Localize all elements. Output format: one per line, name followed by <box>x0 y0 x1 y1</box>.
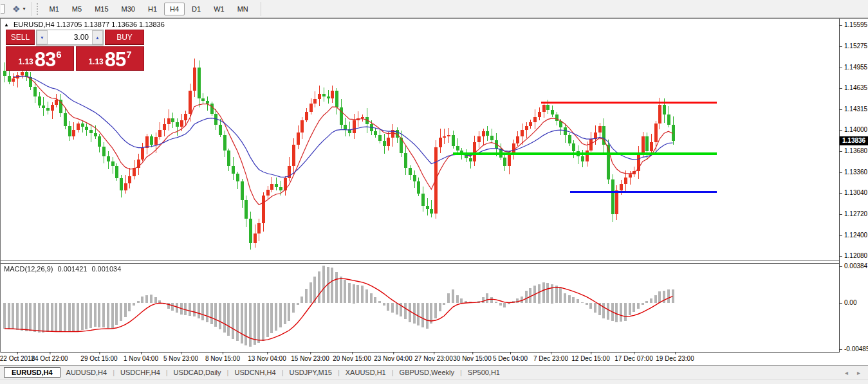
date-axis-label: 27 Nov 23:00 <box>414 355 453 362</box>
date-axis-label: 22 Oct 2018 <box>0 355 35 362</box>
date-axis-label: 19 Dec 23:00 <box>656 355 694 362</box>
price-axis-tick-mark <box>840 109 842 110</box>
date-axis-label: 29 Oct 15:00 <box>80 355 117 362</box>
price-axis-tick-mark <box>840 151 842 152</box>
current-price-tag: 1.13836 <box>840 136 868 145</box>
price-axis-tick-mark <box>840 88 842 89</box>
chart-tab-xauusd-h1[interactable]: XAUUSD,H1 <box>340 367 392 378</box>
caret-down-icon: ▼ <box>40 35 44 40</box>
price-axis-tick-mark <box>840 46 842 47</box>
price-axis-tick: 1.13040 <box>844 189 867 197</box>
timeframe-m1-button[interactable]: M1 <box>44 3 65 15</box>
caret-up-icon: ▲ <box>95 35 100 40</box>
date-axis-label: 17 Dec 07:00 <box>614 355 653 362</box>
chart-tab-gbpusd-weekly[interactable]: GBPUSD,Weekly <box>394 367 460 378</box>
buy-button[interactable]: BUY <box>105 30 144 45</box>
price-axis-tick-mark <box>840 214 842 215</box>
volume-decrease-button[interactable]: ▼ <box>37 30 48 44</box>
price-axis-tick-mark <box>840 130 842 131</box>
chart-tab-audusd-h4[interactable]: AUDUSD,H4 <box>60 367 113 378</box>
timeframe-m30-button[interactable]: M30 <box>116 3 141 15</box>
date-axis-label: 1 Nov 04:00 <box>124 355 158 362</box>
chart-title: ▲ EURUSD,H4 1.13705 1.13877 1.13636 1.13… <box>4 21 165 28</box>
tab-scroll-left-icon[interactable]: ◂ <box>845 369 848 376</box>
date-axis-label: 24 Oct 22:00 <box>31 355 68 362</box>
price-axis-tick: 1.14000 <box>844 126 867 134</box>
toolbar-separator <box>32 2 32 16</box>
buy-price-prefix: 1.13 <box>88 57 103 66</box>
expand-triangle-icon[interactable]: ▲ <box>4 22 9 28</box>
chart-tab-eurusd-h4[interactable]: EURUSD,H4 <box>4 367 60 378</box>
price-axis-tick: 1.15595 <box>844 21 867 29</box>
sell-price-pipette: 6 <box>56 49 61 60</box>
price-axis-tick: 1.13360 <box>844 169 867 176</box>
price-axis[interactable]: 1.155951.152751.149551.146351.143151.140… <box>839 19 868 352</box>
chart-tab-usdcnh-h4[interactable]: USDCNH,H4 <box>228 367 281 378</box>
chart-tab-usdcad-daily[interactable]: USDCAD,Daily <box>168 367 227 378</box>
main-toolbar: ❖ ▾ M1M5M15M30H1H4D1W1MN <box>0 0 868 18</box>
chart-tab-usdchf-h4[interactable]: USDCHF,H4 <box>115 367 166 378</box>
timeframe-button-group: M1M5M15M30H1H4D1W1MN <box>43 3 255 15</box>
sell-button[interactable]: SELL <box>6 30 35 45</box>
date-axis-label: 5 Dec 04:00 <box>493 355 528 362</box>
macd-axis-tick-mark <box>840 349 842 350</box>
volume-increase-button[interactable]: ▲ <box>92 30 103 44</box>
buy-price-button[interactable]: 1.13 85 7 <box>76 46 144 71</box>
macd-name: MACD(12,26,9) <box>4 265 53 273</box>
price-axis-tick: 1.13680 <box>844 147 867 155</box>
sell-price-big-digits: 83 <box>35 49 55 70</box>
one-click-trading-panel: SELL ▼ ▲ BUY 1.13 83 6 1.13 85 7 <box>6 30 144 71</box>
date-axis-label: 30 Nov 15:00 <box>453 355 492 362</box>
sell-price-button[interactable]: 1.13 83 6 <box>6 46 74 71</box>
timeframe-w1-button[interactable]: W1 <box>208 3 230 15</box>
price-axis-tick-mark <box>840 256 842 257</box>
date-axis-label: 7 Dec 23:00 <box>533 355 568 362</box>
macd-axis-tick: 0.00 <box>844 299 856 307</box>
macd-signal-value: 0.001034 <box>91 265 121 273</box>
window-icon-partial[interactable] <box>1 4 5 14</box>
tile-windows-icon[interactable]: ❖ <box>12 5 21 14</box>
price-axis-tick-mark <box>840 25 842 26</box>
macd-indicator-label: MACD(12,26,9) 0.001421 0.001034 <box>4 265 124 273</box>
volume-input[interactable] <box>48 30 92 44</box>
macd-axis-tick-mark <box>840 303 842 304</box>
price-axis-tick: 1.14315 <box>844 105 867 113</box>
date-axis-label: 8 Nov 15:00 <box>205 355 240 362</box>
sell-price-prefix: 1.13 <box>18 57 33 66</box>
price-axis-tick-mark <box>840 235 842 236</box>
price-axis-tick: 1.12080 <box>844 252 867 260</box>
buy-price-pipette: 7 <box>126 49 131 60</box>
chart-tab-usdjpy-m15[interactable]: USDJPY,M15 <box>283 367 337 378</box>
tab-scroll-arrows: ◂▸ <box>845 366 860 379</box>
chart-window: ▲ EURUSD,H4 1.13705 1.13877 1.13636 1.13… <box>0 18 868 352</box>
price-axis-tick-mark <box>840 68 842 68</box>
date-axis-label: 5 Nov 23:00 <box>163 355 198 362</box>
timeframe-m15-button[interactable]: M15 <box>89 3 114 15</box>
buy-price-big-digits: 85 <box>105 49 125 70</box>
price-axis-tick: 1.14635 <box>844 84 867 92</box>
date-axis-label: 12 Dec 15:00 <box>571 355 610 362</box>
chevron-down-icon[interactable]: ▾ <box>23 6 26 12</box>
timeframe-mn-button[interactable]: MN <box>232 3 254 15</box>
timeframe-h1-button[interactable]: H1 <box>142 3 163 15</box>
date-axis-label: 13 Nov 04:00 <box>248 355 286 362</box>
chart-symbol-timeframe: EURUSD,H4 <box>14 21 55 28</box>
timeframe-h4-button[interactable]: H4 <box>164 3 185 15</box>
macd-axis-tick: -0.004856 <box>844 345 868 353</box>
chart-tab-sp500-h1[interactable]: SP500,H1 <box>462 367 506 378</box>
timeframe-m5-button[interactable]: M5 <box>66 3 88 15</box>
date-axis[interactable]: 22 Oct 201824 Oct 22:0029 Oct 15:001 Nov… <box>0 352 868 365</box>
toolbar-drag-handle[interactable] <box>37 3 38 15</box>
macd-main-value: 0.001421 <box>57 265 87 273</box>
tab-scroll-right-icon[interactable]: ▸ <box>857 369 860 376</box>
price-axis-tick-mark <box>840 172 842 173</box>
date-axis-label: 15 Nov 23:00 <box>291 355 329 362</box>
price-axis-tick: 1.14955 <box>844 64 867 71</box>
timeframe-d1-button[interactable]: D1 <box>186 3 207 15</box>
chart-ohlc-values: 1.13705 1.13877 1.13636 1.13836 <box>57 21 165 28</box>
price-axis-tick: 1.12720 <box>844 210 867 218</box>
macd-axis-tick: 0.003847 <box>844 262 868 270</box>
toolbar-separator <box>261 2 261 16</box>
price-axis-tick-mark <box>840 193 842 194</box>
price-axis-tick: 1.15275 <box>844 42 867 50</box>
